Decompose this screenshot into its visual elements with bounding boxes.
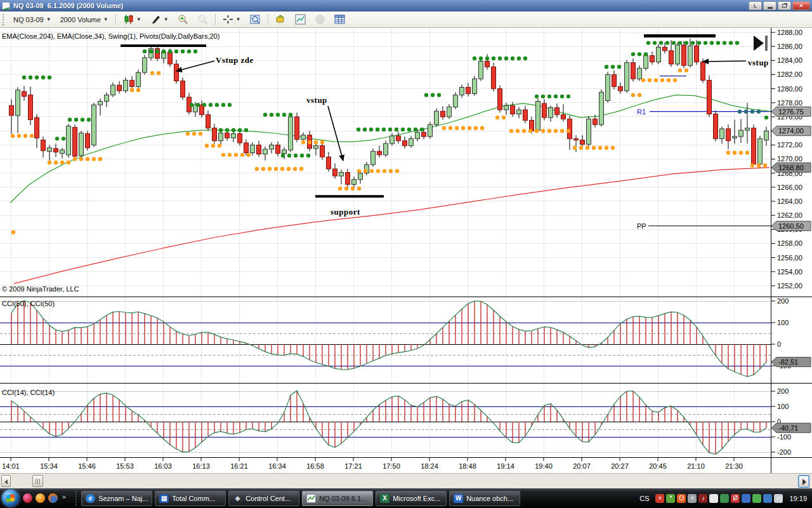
candle-up[interactable] — [270, 145, 274, 149]
gray-x-icon[interactable]: × — [688, 494, 697, 503]
toolbar-grip[interactable] — [3, 14, 6, 25]
candle-up[interactable] — [447, 107, 452, 117]
candle-down[interactable] — [377, 151, 382, 155]
annotation-text[interactable]: vstup — [306, 95, 327, 105]
candle-down[interactable] — [498, 89, 502, 110]
globe-button[interactable] — [311, 13, 329, 26]
candle-down[interactable] — [86, 134, 90, 148]
candle-up[interactable] — [79, 133, 84, 155]
candle-up[interactable] — [251, 145, 255, 152]
candle-up[interactable] — [219, 133, 223, 140]
candle-down[interactable] — [225, 133, 230, 138]
candle-up[interactable] — [536, 102, 540, 130]
candle-down[interactable] — [511, 105, 515, 114]
candle-down[interactable] — [54, 149, 58, 152]
candle-up[interactable] — [339, 173, 344, 177]
link-window-button[interactable]: L — [749, 1, 762, 10]
candle-up[interactable] — [136, 72, 141, 86]
candle-up[interactable] — [428, 124, 433, 137]
candle-down[interactable] — [441, 111, 445, 117]
candle-down[interactable] — [631, 63, 636, 79]
candle-up[interactable] — [384, 144, 388, 155]
volume-icon[interactable]: ◁ — [774, 494, 783, 503]
candle-up[interactable] — [105, 95, 109, 102]
candle-down[interactable] — [663, 47, 667, 51]
chart-area[interactable]: R1PP Vstup zdevstupsupportvstup1288,0012… — [0, 28, 812, 473]
candle-down[interactable] — [130, 80, 134, 86]
strategy-button[interactable] — [272, 13, 290, 26]
candle-down[interactable] — [35, 117, 39, 138]
candle-up[interactable] — [371, 151, 376, 164]
candle-down[interactable] — [707, 80, 712, 114]
candle-down[interactable] — [574, 138, 579, 140]
candle-down[interactable] — [714, 114, 718, 139]
candle-up[interactable] — [657, 47, 661, 62]
candle-up[interactable] — [390, 136, 395, 144]
candle-up[interactable] — [124, 80, 128, 91]
candle-down[interactable] — [701, 62, 705, 81]
chart-style-button[interactable]: ▼ — [119, 13, 145, 26]
candle-up[interactable] — [314, 145, 318, 148]
candle-down[interactable] — [726, 129, 731, 141]
minimize-button[interactable] — [763, 1, 776, 10]
candle-up[interactable] — [263, 149, 268, 154]
candle-down[interactable] — [650, 56, 655, 62]
candle-up[interactable] — [625, 63, 629, 91]
candle-down[interactable] — [612, 74, 617, 86]
candle-down[interactable] — [117, 85, 122, 91]
candle-down[interactable] — [466, 87, 471, 93]
candle-down[interactable] — [485, 61, 490, 67]
annotation-arrow[interactable] — [703, 61, 746, 62]
candle-up[interactable] — [111, 85, 115, 95]
candle-down[interactable] — [22, 91, 27, 97]
orange-app-icon[interactable]: O — [677, 494, 686, 503]
taskbar-clock[interactable]: 19:19 — [789, 495, 807, 502]
candle-up[interactable] — [98, 102, 103, 105]
candle-down[interactable] — [396, 136, 401, 141]
blocked-icon[interactable]: Ø — [731, 494, 740, 503]
go-to-last-bar-icon[interactable] — [765, 36, 768, 51]
annotation-arrow[interactable] — [176, 61, 214, 71]
candle-down[interactable] — [168, 52, 173, 64]
quick-launch-icon-2[interactable] — [36, 493, 45, 503]
taskbar-button-excel[interactable]: X Microsoft Exc... — [376, 491, 447, 506]
candle-down[interactable] — [403, 141, 407, 146]
candle-down[interactable] — [752, 128, 756, 164]
candle-up[interactable] — [599, 92, 604, 124]
battery-icon[interactable] — [752, 494, 761, 503]
candle-down[interactable] — [346, 173, 350, 185]
candle-up[interactable] — [638, 69, 642, 79]
candle-up[interactable] — [232, 134, 236, 138]
candle-up[interactable] — [16, 90, 20, 116]
candle-down[interactable] — [695, 46, 699, 62]
candle-down[interactable] — [555, 108, 560, 115]
go-to-last-bar-icon[interactable] — [754, 36, 764, 51]
candle-up[interactable] — [358, 173, 363, 180]
candle-up[interactable] — [504, 105, 509, 110]
data-grid-button[interactable] — [331, 13, 349, 26]
candle-down[interactable] — [669, 51, 674, 64]
candle-up[interactable] — [549, 108, 553, 118]
candle-up[interactable] — [48, 148, 52, 152]
candle-up[interactable] — [143, 58, 147, 72]
scroll-left-button[interactable] — [1, 475, 11, 487]
candle-up[interactable] — [606, 74, 610, 100]
firefox-icon[interactable] — [48, 493, 58, 503]
taskbar-button-seznam[interactable]: e Seznam – Naj... — [81, 491, 152, 506]
annotation-text[interactable]: vstup — [748, 58, 769, 67]
taskbar-button-nuance[interactable]: W Nuance obch... — [449, 491, 520, 506]
blue-doc-icon[interactable] — [742, 494, 750, 503]
muted-speaker-icon[interactable]: ♪ — [698, 494, 707, 503]
start-button[interactable] — [2, 490, 19, 507]
candle-down[interactable] — [593, 119, 598, 124]
taskbar-button-total-commander[interactable]: ▤ Total Comm... — [155, 491, 226, 506]
candle-up[interactable] — [733, 137, 737, 138]
candle-up[interactable] — [517, 110, 521, 114]
candle-up[interactable] — [764, 131, 769, 140]
restore-button[interactable] — [778, 1, 791, 10]
candle-down[interactable] — [29, 95, 33, 120]
annotation-text[interactable]: Vstup zde — [216, 55, 254, 65]
candle-down[interactable] — [174, 64, 179, 81]
candle-up[interactable] — [720, 129, 724, 139]
annotation-arrow[interactable] — [328, 106, 343, 161]
